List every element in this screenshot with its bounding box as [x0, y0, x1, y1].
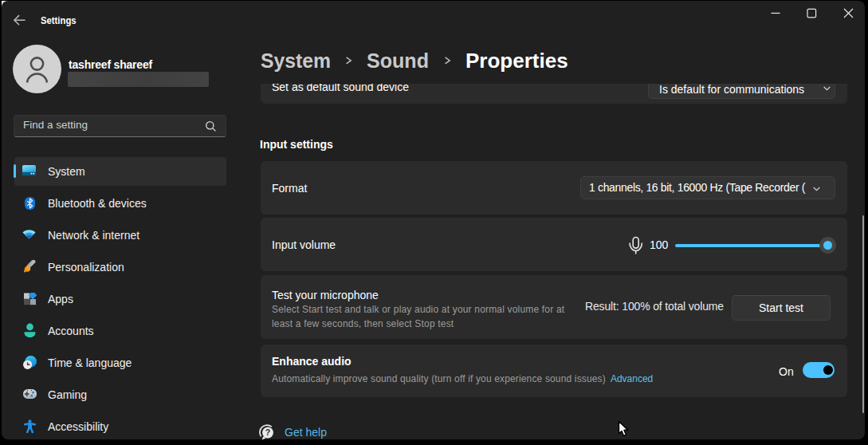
svg-text:?: ?	[265, 427, 270, 437]
